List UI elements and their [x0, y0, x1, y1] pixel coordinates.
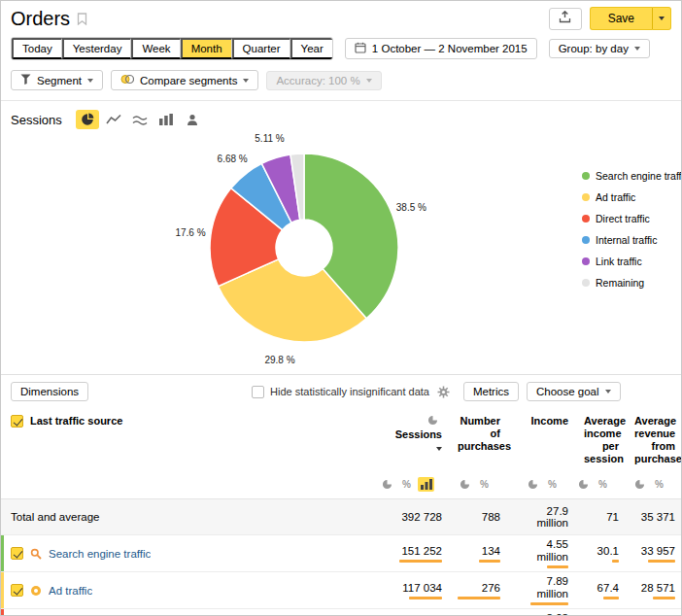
- column-header-4[interactable]: Average revenue from purchase: [627, 408, 682, 465]
- period-tab-quarter[interactable]: Quarter: [232, 38, 290, 59]
- series-color-strip: [1, 609, 4, 616]
- metric-bar: [612, 560, 619, 563]
- legend-item[interactable]: Direct traffic: [582, 213, 682, 224]
- period-tab-today[interactable]: Today: [12, 38, 62, 59]
- pie-toggle-icon[interactable]: [631, 477, 648, 492]
- percent-toggle-icon[interactable]: %: [595, 477, 611, 492]
- pie-toggle-icon[interactable]: [457, 477, 473, 492]
- sessions-metric-icon: [427, 416, 438, 428]
- bars-toggle-icon[interactable]: [418, 477, 434, 492]
- chart-sources-icon[interactable]: [181, 110, 204, 129]
- traffic-source-link[interactable]: Search engine traffic: [49, 548, 151, 560]
- pie-toggle-icon[interactable]: [575, 477, 592, 492]
- total-value: 35 371: [627, 499, 682, 535]
- metrics-button[interactable]: Metrics: [463, 382, 519, 401]
- slice-percentage-label: 17.6 %: [175, 227, 205, 238]
- date-range-button[interactable]: 1 October — 2 November 2015: [345, 38, 537, 59]
- period-tab-yesterday[interactable]: Yesterday: [62, 38, 132, 59]
- chevron-down-icon: [659, 17, 665, 20]
- column-label: Sessions: [395, 428, 442, 440]
- total-row-label: Total and average: [1, 499, 382, 535]
- row-checkbox[interactable]: [11, 584, 23, 597]
- source-cell: Ad traffic: [1, 572, 382, 609]
- column-header-1[interactable]: Number of purchases: [450, 408, 508, 465]
- total-value: 392 728: [382, 499, 450, 535]
- chevron-down-icon: [87, 79, 93, 83]
- traffic-source-link[interactable]: Ad traffic: [49, 585, 92, 597]
- table-toolbar: Dimensions Hide statistically insignific…: [1, 374, 681, 408]
- period-tab-week[interactable]: Week: [131, 38, 180, 59]
- metric-cell: 30.1: [576, 535, 627, 572]
- accuracy-dropdown[interactable]: Accuracy: 100 %: [266, 71, 381, 90]
- legend-label: Internal traffic: [596, 234, 657, 246]
- column-header-0[interactable]: Sessions: [382, 408, 450, 465]
- save-dropdown-button[interactable]: [652, 7, 671, 30]
- chart-type-switcher: [76, 110, 204, 129]
- metric-cell: 4.55 million: [508, 535, 576, 572]
- legend-item[interactable]: Search engine traffic: [582, 170, 682, 182]
- pie-toggle-icon[interactable]: [379, 477, 395, 492]
- column-header-2[interactable]: Income: [508, 408, 576, 465]
- select-all-checkbox[interactable]: [11, 415, 23, 428]
- period-tab-month[interactable]: Month: [181, 38, 232, 59]
- metric-cell: 200: [450, 609, 508, 616]
- hide-insignificant-control[interactable]: Hide statistically insignificant data: [252, 386, 429, 398]
- percent-toggle-icon[interactable]: %: [398, 477, 415, 492]
- metric-value: 276: [458, 582, 500, 595]
- ad-traffic-icon: [30, 585, 42, 597]
- chart-section-label: Sessions: [11, 113, 62, 127]
- period-tab-year[interactable]: Year: [290, 38, 332, 59]
- column-header-3[interactable]: Average income per session: [576, 408, 627, 465]
- source-cell: Direct traffic: [1, 609, 382, 616]
- gear-icon[interactable]: [437, 386, 450, 398]
- segment-label: Segment: [37, 75, 82, 86]
- slice-percentage-label: 6.68 %: [218, 153, 248, 163]
- series-color-strip: [1, 572, 4, 608]
- dimensions-button[interactable]: Dimensions: [11, 382, 88, 401]
- chart-stacked-icon[interactable]: [128, 110, 152, 129]
- metric-cell: 117 034: [382, 572, 450, 609]
- date-range-label: 1 October — 2 November 2015: [372, 43, 528, 54]
- chart-columns-icon[interactable]: [154, 110, 178, 129]
- chevron-down-icon: [243, 79, 249, 83]
- column-label: Number of purchases: [458, 415, 511, 452]
- metric-cell: 33 957: [627, 535, 682, 572]
- column-toggles-3: %: [576, 465, 627, 499]
- metric-bar: [603, 597, 619, 599]
- metric-bar: [409, 597, 442, 599]
- legend-dot-icon: [582, 215, 590, 222]
- choose-goal-dropdown[interactable]: Choose goal: [527, 382, 621, 401]
- chart-line-icon[interactable]: [102, 110, 125, 129]
- legend-dot-icon: [582, 236, 590, 244]
- accuracy-label: Accuracy: 100 %: [276, 75, 359, 86]
- hide-insignificant-checkbox[interactable]: [252, 386, 264, 398]
- calendar-icon: [355, 42, 366, 55]
- segment-dropdown[interactable]: Segment: [11, 70, 103, 90]
- page-title: Orders: [11, 8, 70, 30]
- legend-item[interactable]: Ad traffic: [582, 191, 682, 203]
- metric-cell: 276: [450, 572, 508, 609]
- choose-goal-label: Choose goal: [536, 386, 599, 397]
- legend-item[interactable]: Remaining: [582, 277, 682, 289]
- row-checkbox[interactable]: [11, 547, 23, 560]
- compare-segments-dropdown[interactable]: Compare segments: [111, 70, 258, 90]
- percent-toggle-icon[interactable]: %: [651, 477, 667, 492]
- percent-toggle-icon[interactable]: %: [476, 477, 493, 492]
- legend-item[interactable]: Internal traffic: [582, 234, 682, 246]
- pie-toggle-icon[interactable]: [525, 477, 541, 492]
- metric-value: 7.89 million: [516, 575, 568, 600]
- segment-toolbar: Segment Compare segments Accuracy: 100 %: [1, 64, 681, 101]
- compare-segments-label: Compare segments: [140, 75, 237, 86]
- chart-pie-icon[interactable]: [76, 110, 99, 129]
- legend-item[interactable]: Link traffic: [582, 256, 682, 267]
- column-label: Income: [530, 415, 568, 427]
- bookmark-icon[interactable]: [77, 13, 87, 25]
- export-button[interactable]: [549, 8, 582, 30]
- save-button[interactable]: Save: [590, 7, 652, 30]
- percent-toggle-icon[interactable]: %: [544, 477, 561, 492]
- period-tabs: TodayYesterdayWeekMonthQuarterYear: [11, 37, 333, 60]
- metric-cell: 67.4: [576, 572, 627, 609]
- column-toggles-4: %: [627, 465, 682, 499]
- table-row: Ad traffic117 0342767.89 million67.428 5…: [1, 572, 682, 609]
- group-by-dropdown[interactable]: Group: by day: [549, 39, 650, 58]
